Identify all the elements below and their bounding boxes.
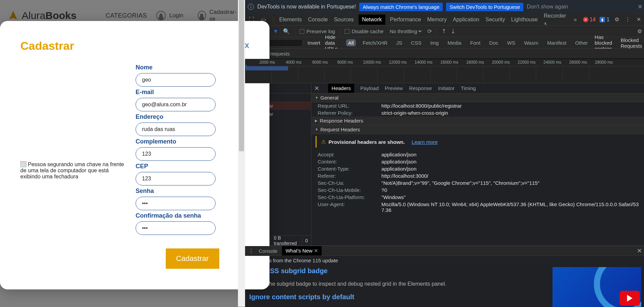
filter-type-js[interactable]: JS xyxy=(394,39,404,46)
filter-type-wasm[interactable]: Wasm xyxy=(522,39,540,46)
filter-type-fetch[interactable]: Fetch/XHR xyxy=(361,39,389,46)
section-general[interactable]: ▼General xyxy=(311,93,644,102)
cep-input[interactable] xyxy=(136,172,216,185)
filter-type-all[interactable]: All xyxy=(346,39,356,46)
filter-type-doc[interactable]: Doc xyxy=(487,39,500,46)
drawer-tab-console[interactable]: Console xyxy=(259,248,277,254)
close-devtools-icon[interactable]: ✕ xyxy=(635,16,642,23)
whatsnew-heading-2: Ignore content scripts by default xyxy=(249,293,546,301)
whatsnew-paragraph-1: Enable the subgrid badge to inspect and … xyxy=(249,281,546,287)
settings-gear-icon[interactable]: ⚙ xyxy=(637,28,642,35)
section-response-headers[interactable]: ▶Response Headers xyxy=(311,116,644,125)
tab-memory[interactable]: Memory xyxy=(427,17,447,23)
filter-type-ws[interactable]: WS xyxy=(505,39,517,46)
network-view: Name ws registrar registrar 3 requests 0… xyxy=(245,83,644,245)
tab-performance[interactable]: Performance xyxy=(390,17,421,23)
tab-recorder[interactable]: Recorder ⚗ xyxy=(544,13,567,26)
tab-headers[interactable]: Headers xyxy=(328,84,354,93)
error-count[interactable]: ✕14 xyxy=(583,17,596,23)
devtools-tabs: ⛶ ▭ Elements Console Sources Network Per… xyxy=(245,14,644,26)
blocked-requests-checkbox[interactable]: Blocked Requests xyxy=(621,37,642,49)
dont-show-button[interactable]: Don't show again xyxy=(527,4,568,10)
kv-sec-ch-ua-platform: Sec-Ch-Ua-Platform:"Windows" xyxy=(311,194,644,201)
kv-referrer-policy: Referrer Policy:strict-origin-when-cross… xyxy=(311,109,644,116)
timeline-ruler: 2000 ms 4000 ms 6000 ms 8000 ms 10000 ms… xyxy=(245,59,644,66)
kv-referer: Referer:http://localhost:3000/ xyxy=(311,172,644,179)
detail-tabs: ✕ Headers Payload Preview Response Initi… xyxy=(311,83,644,93)
kv-request-url: Request URL:http://localhost:8000/public… xyxy=(311,102,644,109)
drawer-close-icon[interactable]: ✕ xyxy=(637,247,642,255)
complemento-input[interactable] xyxy=(136,147,216,161)
email-label: E-mail xyxy=(136,89,249,96)
tab-preview[interactable]: Preview xyxy=(385,85,403,91)
language-banner: i DevTools is now available in Portugues… xyxy=(245,0,644,14)
tab-application[interactable]: Application xyxy=(453,17,479,23)
filter-type-font[interactable]: Font xyxy=(468,39,482,46)
endereco-input[interactable] xyxy=(136,123,216,136)
confirma-input[interactable] xyxy=(136,221,216,235)
wifi-icon[interactable]: ⟳ xyxy=(427,28,432,35)
tab-lighthouse[interactable]: Lighthouse xyxy=(511,17,538,23)
tab-initiator[interactable]: Initiator xyxy=(438,85,455,91)
drawer-tab-whatsnew[interactable]: What's New✕ xyxy=(282,246,322,256)
filter-toggle-icon[interactable]: ▼ xyxy=(273,28,278,35)
issue-count[interactable]: ▮1 xyxy=(600,17,609,23)
throttling-select[interactable]: No throttling xyxy=(388,28,423,35)
tab-payload[interactable]: Payload xyxy=(360,85,379,91)
filter-type-media[interactable]: Media xyxy=(445,39,463,46)
switch-lang-button[interactable]: Switch DevTools to Portuguese xyxy=(446,3,523,11)
invert-checkbox[interactable]: Invert xyxy=(307,40,320,46)
scrollbar-thumb[interactable] xyxy=(239,0,244,151)
devtools-panel: i DevTools is now available in Portugues… xyxy=(245,0,644,307)
section-request-headers[interactable]: ▼Request Headers xyxy=(311,125,644,134)
export-icon[interactable]: ⤓ xyxy=(451,28,455,35)
search-icon[interactable]: 🔍 xyxy=(283,28,290,35)
tab-console[interactable]: Console xyxy=(308,17,328,23)
gear-icon[interactable]: ⚙ xyxy=(613,16,620,23)
drawer-subtitle: Highlights from the Chrome 115 update xyxy=(245,256,644,265)
page-scrollbar[interactable] xyxy=(238,0,245,307)
third-party-row: 3rd-party requests xyxy=(245,49,644,59)
filter-type-css[interactable]: CSS xyxy=(409,39,424,46)
timeline-overview[interactable]: 2000 ms 4000 ms 6000 ms 8000 ms 10000 ms… xyxy=(245,59,644,83)
disable-cache-checkbox[interactable]: Disable cache xyxy=(345,28,383,34)
drawer-menu-icon[interactable]: ⋮ xyxy=(248,248,254,254)
kv-accept: Accept:application/json xyxy=(311,151,644,158)
tab-network[interactable]: Network xyxy=(359,15,385,25)
filter-type-img[interactable]: Img xyxy=(428,39,441,46)
tab-elements[interactable]: Elements xyxy=(279,17,302,23)
detail-close-icon[interactable]: ✕ xyxy=(314,85,319,92)
senha-input[interactable] xyxy=(136,197,216,210)
signup-modal: Cadastrar X Pessoa segurando uma chave n… xyxy=(0,21,269,289)
modal-close-button[interactable]: X xyxy=(245,42,249,50)
kv-content-type: Content-Type:application/json xyxy=(311,165,644,172)
confirma-label: Confirmação da senha xyxy=(136,212,249,219)
tab-sources[interactable]: Sources xyxy=(334,17,354,23)
close-tab-icon[interactable]: ✕ xyxy=(314,248,318,254)
play-icon xyxy=(620,291,640,306)
filter-type-manifest[interactable]: Manifest xyxy=(545,39,568,46)
learn-more-link[interactable]: Learn more xyxy=(412,139,438,145)
kv-sec-ch-ua-mobile: Sec-Ch-Ua-Mobile:?0 xyxy=(311,187,644,194)
request-detail: ✕ Headers Payload Preview Response Initi… xyxy=(311,83,644,245)
network-toolbar: ⊘ ▼ 🔍 Preserve log Disable cache No thro… xyxy=(245,26,644,37)
warning-icon: ⚠ xyxy=(321,139,326,145)
tab-response[interactable]: Response xyxy=(409,85,432,91)
preserve-log-checkbox[interactable]: Preserve log xyxy=(300,28,335,34)
senha-label: Senha xyxy=(136,188,249,195)
tab-timing[interactable]: Timing xyxy=(461,85,476,91)
banner-close-button[interactable]: ✕ xyxy=(638,3,643,10)
always-match-button[interactable]: Always match Chrome's language xyxy=(359,3,443,11)
email-input[interactable] xyxy=(136,98,216,111)
info-icon: i xyxy=(248,4,254,10)
kebab-icon[interactable]: ⋮ xyxy=(624,16,631,23)
filter-type-other[interactable]: Other xyxy=(573,39,590,46)
nome-input[interactable] xyxy=(136,73,216,87)
modal-illustration: Pessoa segurando uma chave na frente de … xyxy=(20,63,125,278)
timeline-selection[interactable] xyxy=(246,66,288,70)
submit-button[interactable]: Cadastrar xyxy=(166,248,219,269)
import-icon[interactable]: ⤒ xyxy=(442,28,446,35)
tab-security[interactable]: Security xyxy=(485,17,505,23)
video-thumbnail[interactable] xyxy=(552,267,641,307)
tabs-more[interactable]: » xyxy=(574,17,577,23)
